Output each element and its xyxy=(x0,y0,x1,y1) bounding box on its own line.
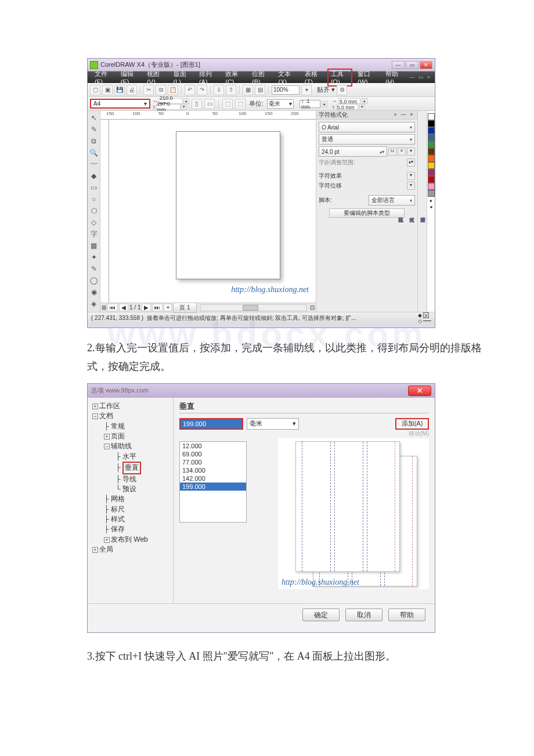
new-icon[interactable]: ▢ xyxy=(90,85,100,95)
color-swatch[interactable] xyxy=(428,113,435,120)
import-icon[interactable]: ⇩ xyxy=(214,85,224,95)
color-swatch[interactable] xyxy=(428,169,435,176)
list-item[interactable]: 134.000 xyxy=(180,466,246,474)
font-size-input[interactable]: 24.0 pt▴▾ xyxy=(319,146,387,157)
palette-flyout-icon[interactable]: ◂ xyxy=(430,204,432,210)
ok-button[interactable]: 确定 xyxy=(302,609,340,621)
doc-restore-icon[interactable]: ▭ xyxy=(417,74,425,80)
color-swatch[interactable] xyxy=(428,176,435,183)
docker-min-icon[interactable]: — xyxy=(400,111,407,118)
font-weight-select[interactable]: 普通▾ xyxy=(319,134,415,145)
ellipse-tool-icon[interactable]: ○ xyxy=(89,194,99,204)
menu-view[interactable]: 视图(V) xyxy=(143,69,168,87)
list-item[interactable]: 77.000 xyxy=(180,458,246,466)
spin-icon[interactable]: ▴ xyxy=(322,101,327,107)
color-swatch[interactable] xyxy=(428,190,435,197)
tree-presets[interactable]: 预设 xyxy=(122,485,136,493)
interactive-fill-icon[interactable]: ◈ xyxy=(89,298,99,309)
spin-down-icon[interactable]: ▾ xyxy=(181,104,187,110)
horizontal-scrollbar[interactable] xyxy=(200,304,306,311)
prev-page-button[interactable]: ◀ xyxy=(119,304,128,311)
tree-expand-icon[interactable]: + xyxy=(104,434,110,440)
paper-size-select[interactable]: A4▾ xyxy=(90,99,150,109)
tree-expand-icon[interactable]: + xyxy=(92,404,98,409)
spin-icon[interactable]: ▾ xyxy=(359,104,365,110)
tree-expand-icon[interactable]: + xyxy=(92,547,98,553)
menu-layout[interactable]: 版面(L) xyxy=(170,69,194,87)
palette-scroll-icon[interactable]: ▾ xyxy=(430,198,432,204)
tree-expand-icon[interactable]: + xyxy=(104,537,110,543)
tree-vertical[interactable]: 垂直 xyxy=(122,462,141,474)
shape-tool-icon[interactable]: ✎ xyxy=(89,124,99,135)
doc-close-icon[interactable]: × xyxy=(426,74,431,80)
menu-effects[interactable]: 效果(C) xyxy=(222,69,247,87)
menu-arrange[interactable]: 排列(A) xyxy=(196,69,220,87)
page-tab[interactable]: 页 1 xyxy=(173,303,196,313)
underline-icon[interactable]: U xyxy=(388,147,396,156)
color-swatch[interactable] xyxy=(428,134,435,141)
add-button[interactable]: 添加(A) xyxy=(395,418,429,430)
list-item[interactable]: 12.000 xyxy=(180,442,246,450)
tree-document[interactable]: 文档 xyxy=(99,412,113,420)
menu-bitmaps[interactable]: 位图(B) xyxy=(248,69,273,87)
no-fill-icon[interactable] xyxy=(423,312,429,318)
outline-swatch[interactable] xyxy=(423,321,431,321)
zoom-dropdown-icon[interactable]: ▾ xyxy=(301,85,312,95)
vertical-ruler[interactable] xyxy=(100,120,109,303)
basic-shapes-icon[interactable]: ◇ xyxy=(89,217,99,228)
color-swatch[interactable] xyxy=(428,162,435,169)
script-type-button[interactable]: 要编辑的脚本类型 xyxy=(329,208,405,218)
redo-icon[interactable]: ↷ xyxy=(197,85,207,95)
tree-guides[interactable]: 辅助线 xyxy=(111,442,132,450)
list-item[interactable]: 199.000 xyxy=(180,483,246,491)
expand-icon[interactable]: ▾ xyxy=(407,182,415,190)
guides-list[interactable]: 12.000 69.000 77.000 134.000 142.000 199… xyxy=(179,441,247,523)
zoom-tool-icon[interactable]: 🔍 xyxy=(89,147,99,158)
fill-tool-icon[interactable]: ◉ xyxy=(89,287,99,297)
expand-icon[interactable]: ▾ xyxy=(407,172,415,180)
print-icon[interactable]: 🖨 xyxy=(127,85,137,95)
polygon-tool-icon[interactable]: ⬠ xyxy=(89,206,99,216)
help-button[interactable]: 帮助 xyxy=(388,609,425,621)
color-swatch[interactable] xyxy=(428,120,435,127)
zoom-level[interactable]: 100% xyxy=(272,85,300,95)
ruler-icon[interactable]: ≡ xyxy=(398,147,406,156)
tree-collapse-icon[interactable]: − xyxy=(104,444,110,449)
save-icon[interactable]: 💾 xyxy=(114,85,125,95)
color-swatch[interactable] xyxy=(428,183,435,190)
chevron-down-icon[interactable]: ▾ xyxy=(407,147,415,156)
units-select[interactable]: 毫米▾ xyxy=(267,99,294,109)
horizontal-ruler[interactable]: 150 100 50 0 50 100 150 200 250 xyxy=(100,111,316,120)
spin-icon[interactable]: ▴▾ xyxy=(407,159,415,167)
undo-icon[interactable]: ↶ xyxy=(185,85,195,95)
color-swatch[interactable] xyxy=(428,148,435,155)
spin-icon[interactable]: ▴ xyxy=(362,98,367,104)
landscape-icon[interactable]: ▭ xyxy=(204,99,215,109)
spin-up-icon[interactable]: ▴ xyxy=(183,98,189,104)
tree-save[interactable]: 保存 xyxy=(111,525,125,533)
interactive-tool-icon[interactable]: ✦ xyxy=(89,252,99,262)
tree-guidelines[interactable]: 导线 xyxy=(122,475,136,483)
outline-tool-icon[interactable]: ◯ xyxy=(89,275,99,286)
nav-view-icon[interactable]: ⊡ xyxy=(310,304,315,311)
drawing-area[interactable]: http://blog.shuxiong.net xyxy=(100,120,316,303)
tree-rulers[interactable]: 标尺 xyxy=(111,505,125,513)
maximize-button[interactable]: ▭ xyxy=(406,61,418,69)
docker-expand-icon[interactable]: » xyxy=(392,111,399,118)
minimize-button[interactable]: — xyxy=(392,61,405,69)
dup-y[interactable]: 5.0 mm xyxy=(336,104,358,110)
welcome-icon[interactable]: ▤ xyxy=(255,85,265,95)
freehand-tool-icon[interactable]: 〰 xyxy=(89,159,99,170)
first-page-button[interactable]: ⏮ xyxy=(107,304,118,311)
eyedropper-icon[interactable]: ✎ xyxy=(89,264,99,274)
nudge-value[interactable]: ↕ .1 mm xyxy=(300,100,320,108)
app-launcher-icon[interactable]: ▦ xyxy=(243,85,253,95)
menu-table[interactable]: 表格(T) xyxy=(301,69,326,87)
guide-value-input[interactable]: 199.000 xyxy=(179,418,243,430)
menu-window[interactable]: 窗口(W) xyxy=(354,69,380,87)
list-item[interactable]: 69.000 xyxy=(180,450,246,458)
close-button[interactable]: ✕ xyxy=(420,61,432,69)
tree-collapse-icon[interactable]: − xyxy=(92,413,98,419)
font-family-select[interactable]: O Arial▾ xyxy=(319,122,415,132)
export-icon[interactable]: ⇧ xyxy=(226,85,236,95)
